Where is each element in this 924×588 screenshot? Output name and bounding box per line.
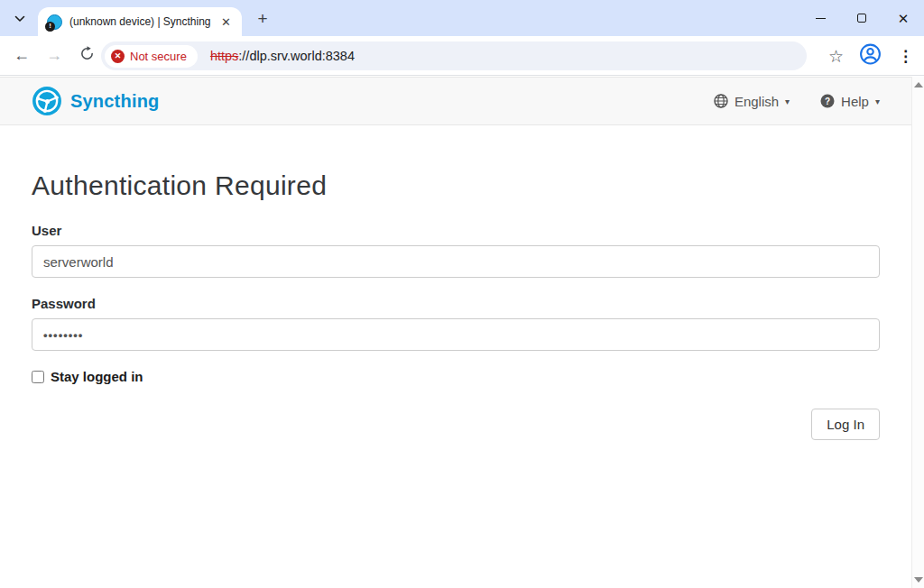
security-chip-label: Not secure [130, 50, 187, 63]
tab-search-button[interactable] [7, 7, 32, 31]
bookmark-star-icon[interactable]: ☆ [828, 45, 844, 66]
url-scheme: https [210, 49, 238, 63]
window-controls: ✕ [799, 0, 924, 36]
close-icon: ✕ [898, 12, 910, 25]
caret-down-icon: ▾ [875, 96, 880, 106]
globe-icon [714, 94, 728, 108]
language-label: English [735, 94, 779, 109]
maximize-icon [857, 14, 866, 23]
syncthing-navbar: Syncthing English ▾ ? Help [0, 77, 911, 125]
new-tab-button[interactable]: + [251, 7, 274, 31]
close-window-button[interactable]: ✕ [882, 0, 924, 36]
navbar-right: English ▾ ? Help ▾ [714, 94, 880, 109]
not-secure-icon: ✕ [111, 50, 125, 63]
minimize-button[interactable] [799, 0, 841, 36]
scroll-down-button[interactable] [912, 574, 924, 586]
user-field[interactable] [32, 245, 880, 278]
refresh-button[interactable] [73, 42, 100, 69]
svg-text:?: ? [825, 96, 830, 106]
login-button[interactable]: Log In [811, 409, 880, 440]
chevron-down-icon [14, 15, 25, 23]
browser-toolbar: ← → ✕ Not secure https://dlp.srv.world:8… [0, 36, 924, 76]
stay-logged-in-checkbox[interactable] [32, 371, 44, 383]
stay-logged-in-label[interactable]: Stay logged in [51, 369, 143, 384]
page-title: Authentication Required [32, 170, 880, 201]
refresh-icon [79, 46, 95, 66]
page-scrollbar[interactable] [911, 77, 924, 588]
button-row: Log In [32, 409, 880, 440]
browser-window: ! (unknown device) | Syncthing ✕ + ✕ ← →… [0, 0, 924, 588]
help-icon: ? [820, 94, 835, 108]
scroll-up-button[interactable] [912, 78, 924, 91]
url-rest: ://dlp.srv.world:8384 [238, 49, 355, 63]
browser-menu-icon[interactable]: ⋮ [898, 46, 913, 65]
tab-strip: ! (unknown device) | Syncthing ✕ + ✕ [0, 0, 924, 36]
language-dropdown[interactable]: English ▾ [714, 94, 790, 109]
alert-badge-icon: ! [45, 22, 55, 32]
tab-close-icon[interactable]: ✕ [217, 14, 235, 30]
back-button[interactable]: ← [8, 42, 35, 69]
syncthing-brand[interactable]: Syncthing [32, 86, 159, 116]
help-dropdown[interactable]: ? Help ▾ [820, 94, 880, 109]
tab-title: (unknown device) | Syncthing [69, 15, 217, 28]
password-label: Password [32, 296, 880, 311]
page-viewport: Syncthing English ▾ ? Help [0, 77, 924, 588]
profile-icon[interactable] [859, 42, 882, 69]
arrow-down-icon [914, 577, 923, 583]
login-form: Authentication Required User Password St… [32, 125, 880, 440]
security-chip[interactable]: ✕ Not secure [105, 45, 198, 68]
caret-down-icon: ▾ [785, 96, 790, 106]
syncthing-logo-icon [32, 86, 62, 116]
maximize-button[interactable] [841, 0, 882, 36]
stay-logged-in-row: Stay logged in [32, 369, 880, 384]
password-field[interactable] [32, 318, 880, 351]
arrow-up-icon [914, 82, 923, 87]
url-text[interactable]: https://dlp.srv.world:8384 [210, 49, 355, 63]
address-bar[interactable]: ✕ Not secure https://dlp.srv.world:8384 [101, 41, 807, 70]
brand-name: Syncthing [70, 91, 159, 112]
user-label: User [32, 223, 880, 238]
forward-button[interactable]: → [41, 42, 68, 69]
browser-tab[interactable]: ! (unknown device) | Syncthing ✕ [38, 7, 242, 36]
page-content: Syncthing English ▾ ? Help [0, 77, 911, 588]
syncthing-favicon-icon: ! [47, 14, 62, 30]
minimize-icon [816, 18, 826, 19]
help-label: Help [841, 94, 869, 109]
